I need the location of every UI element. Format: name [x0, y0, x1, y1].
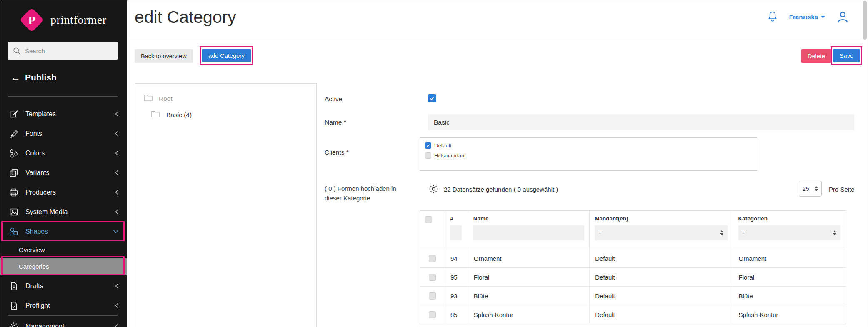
tree-node-basic[interactable]: Basic (4)	[151, 110, 192, 120]
brand-logo[interactable]: P printformer	[18, 7, 107, 33]
category-tree-panel: Root Basic (4)	[135, 83, 317, 327]
sidebar-search	[8, 42, 118, 60]
table-row[interactable]: 93 Blüte Default Blüte	[420, 287, 846, 305]
tree-node-label: Basic (4)	[166, 111, 192, 119]
sidebar-item-producers[interactable]: Producers	[0, 182, 127, 202]
client-checkbox-checked[interactable]	[425, 142, 431, 149]
client-checkbox-unchecked[interactable]	[425, 152, 431, 159]
spinner-arrows-icon	[815, 186, 818, 191]
table-row[interactable]: 85 Splash-Kontur Default Splash-Kontur	[420, 305, 846, 324]
header-divider	[127, 37, 868, 37]
sidebar-item-variants[interactable]: Variants	[0, 163, 127, 182]
row-checkbox[interactable]	[429, 255, 436, 262]
per-page-select[interactable]: 25	[799, 181, 822, 197]
page-title: edit Category	[135, 7, 236, 27]
active-checkbox[interactable]	[428, 94, 436, 102]
main-content: edit Category Franziska Back to overview…	[127, 0, 868, 327]
chevron-left-icon	[115, 111, 119, 117]
chevron-left-icon	[115, 302, 119, 309]
save-button[interactable]: Save	[833, 49, 860, 62]
cell-id: 93	[445, 287, 468, 305]
upload-note: ( 0 ) Formen hochladen in dieser Kategor…	[325, 184, 406, 203]
user-menu[interactable]: Franziska	[789, 13, 825, 20]
header-actions: Franziska	[767, 10, 850, 24]
row-checkbox[interactable]	[429, 292, 436, 300]
search-input[interactable]	[25, 47, 104, 55]
column-title: #	[450, 215, 463, 222]
row-checkbox[interactable]	[429, 311, 436, 318]
header-cell-name: Name	[468, 211, 590, 249]
table-row[interactable]: 94 Ornament Default Ornament	[420, 249, 846, 268]
menu-label: Management	[25, 323, 115, 327]
folder-icon	[151, 110, 160, 120]
menu-label: Fonts	[25, 130, 115, 137]
vertical-scrollbar[interactable]	[863, 1, 867, 40]
cell-mandant: Default	[590, 305, 733, 324]
management-icon	[8, 321, 19, 327]
header-cell-select	[420, 211, 445, 249]
cell-name: Splash-Kontur	[468, 305, 590, 324]
shapes-table: # Name Mandant(en) - Kategorien -	[420, 210, 846, 324]
cell-mandant: Default	[590, 268, 733, 286]
notifications-bell-icon[interactable]	[767, 10, 778, 23]
sidebar-item-colors[interactable]: Colors	[0, 143, 127, 163]
highlight-box-save: Save	[831, 46, 862, 65]
per-page-label: Pro Seite	[829, 186, 855, 193]
filter-kategorien-select[interactable]: -	[738, 225, 840, 240]
tree-node-root[interactable]: Root	[143, 94, 173, 103]
filter-name-input[interactable]	[473, 225, 584, 240]
cell-kategorien: Floral	[733, 268, 846, 286]
sidebar-item-management[interactable]: Management	[0, 317, 127, 327]
sidebar-item-shapes-categories[interactable]: Categories	[0, 258, 127, 275]
client-option-label: Default	[434, 142, 451, 149]
menu-label: Variants	[25, 169, 115, 177]
table-row[interactable]: 95 Floral Default Floral	[420, 268, 846, 287]
filter-selected-value: -	[743, 230, 745, 236]
menu-label: Shapes	[25, 228, 113, 235]
row-checkbox[interactable]	[429, 274, 436, 281]
sidebar-item-fonts[interactable]: Fonts	[0, 124, 127, 143]
client-option-default[interactable]: Default	[425, 142, 752, 149]
sidebar-item-drafts[interactable]: Drafts	[0, 276, 127, 296]
table-settings-gear-icon[interactable]	[428, 184, 439, 195]
select-all-checkbox[interactable]	[425, 216, 432, 223]
name-input[interactable]	[428, 114, 854, 130]
cell-kategorien: Blüte	[733, 287, 846, 305]
clients-fieldset: Default Hilfsmandant	[420, 137, 757, 171]
colors-icon	[8, 148, 19, 159]
back-to-overview-button[interactable]: Back to overview	[135, 49, 193, 63]
sidebar-item-templates[interactable]: Templates	[0, 104, 127, 124]
sidebar-item-system-media[interactable]: System Media	[0, 202, 127, 222]
delete-button[interactable]: Delete	[801, 49, 831, 63]
cell-kategorien: Ornament	[733, 249, 846, 267]
caret-down-icon	[821, 16, 825, 18]
sidebar-item-shapes-overview[interactable]: Overview	[0, 241, 127, 258]
templates-icon	[8, 109, 19, 120]
cell-id: 85	[445, 305, 468, 324]
drafts-icon	[8, 281, 19, 292]
menu-label: Producers	[25, 189, 115, 196]
filter-mandant-select[interactable]: -	[595, 225, 728, 240]
user-profile-icon[interactable]	[836, 10, 850, 24]
column-title: Mandant(en)	[595, 215, 728, 222]
chevron-left-icon	[115, 209, 119, 215]
clients-label: Clients *	[325, 149, 349, 156]
user-name: Franziska	[789, 13, 818, 20]
chevron-left-icon	[115, 170, 119, 176]
menu-label: Preflight	[25, 302, 115, 310]
submenu-label: Categories	[19, 263, 49, 270]
active-label: Active	[325, 95, 342, 103]
publish-label: Publish	[25, 72, 57, 82]
chevron-left-icon	[115, 283, 119, 289]
client-option-hilfsmandant[interactable]: Hilfsmandant	[425, 152, 752, 159]
chevron-left-icon	[115, 150, 119, 156]
filter-id-input[interactable]	[450, 225, 462, 240]
add-category-button[interactable]: add Category	[202, 49, 251, 62]
sidebar-item-shapes[interactable]: Shapes	[0, 222, 127, 241]
fonts-icon	[8, 128, 19, 139]
back-to-publish[interactable]: ← Publish	[10, 72, 57, 82]
spinner-arrows-icon	[833, 230, 836, 235]
sidebar-item-preflight[interactable]: Preflight	[0, 296, 127, 315]
search-icon	[13, 47, 21, 55]
cell-kategorien: Splash-Kontur	[733, 305, 846, 324]
